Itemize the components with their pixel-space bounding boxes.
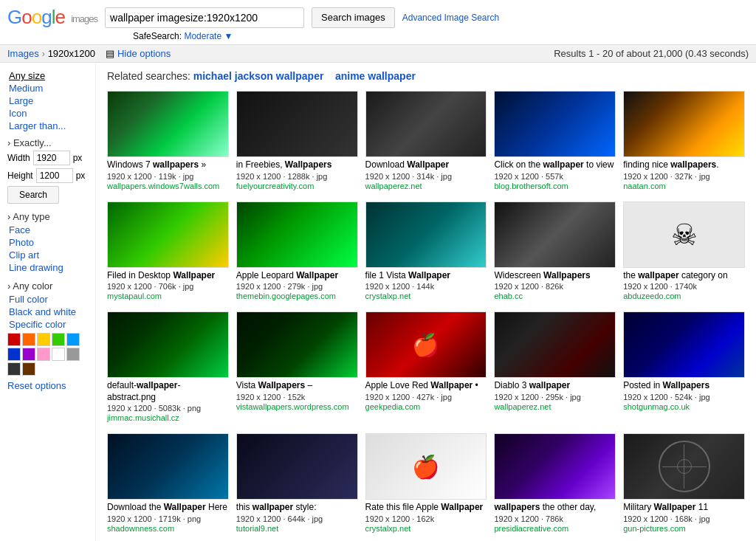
logo-letter-o2: o (32, 6, 41, 28)
color-swatch-dark-gray[interactable] (7, 362, 21, 376)
image-item-6[interactable]: Apple Leopard Wallpaper 1920 x 1200 · 27… (236, 201, 358, 301)
height-px: px (76, 170, 86, 181)
image-source-12: geekpedia.com (365, 402, 487, 411)
sidebar-color-title[interactable]: › Any color (7, 280, 88, 292)
related-search-anime[interactable]: anime wallpaper (335, 70, 416, 82)
sidebar-exactly-title[interactable]: › Exactly... (7, 137, 88, 148)
search-input[interactable] (105, 7, 304, 28)
image-item-18[interactable]: wallpapers the other day, 1920 x 1200 · … (494, 433, 616, 533)
related-searches-label: Related searches: (107, 70, 190, 82)
sidebar-icon[interactable]: Icon (7, 108, 88, 119)
image-thumb-6 (236, 201, 358, 268)
image-item-4[interactable]: finding nice wallpapers. 1920 x 1200 · 3… (623, 91, 745, 190)
image-item-15[interactable]: Download the Wallpaper Here 1920 x 1200 … (107, 433, 229, 533)
safesearch-value-link[interactable]: Moderate ▼ (184, 31, 233, 41)
height-label: Height (7, 170, 33, 181)
image-meta-17: 1920 x 1200 · 162k (365, 514, 487, 523)
sidebar-photo[interactable]: Photo (7, 237, 88, 248)
image-thumb-4 (623, 91, 745, 157)
sidebar-larger-than[interactable]: Larger than... (7, 120, 88, 131)
breadcrumb-left: Images › 1920x1200 ▤ Hide options (7, 48, 171, 59)
sidebar-specific-color[interactable]: Specific color (7, 319, 88, 330)
width-input[interactable] (33, 151, 70, 165)
image-item-1[interactable]: in Freebies, Wallpapers 1920 x 1200 · 12… (236, 91, 358, 190)
sidebar-full-color[interactable]: Full color (7, 294, 88, 305)
sidebar-clip-art[interactable]: Clip art (7, 249, 88, 261)
image-meta-13: 1920 x 1200 · 295k · jpg (494, 393, 616, 402)
image-item-3[interactable]: Click on the wallpaper to view 1920 x 12… (494, 91, 616, 190)
image-source-7: crystalxp.net (365, 292, 487, 300)
image-source-8: ehab.cc (494, 292, 616, 300)
color-swatch-orange[interactable] (22, 333, 35, 346)
reset-options-link[interactable]: Reset options (7, 380, 88, 391)
image-item-11[interactable]: Vista Wallpapers – 1920 x 1200 · 152k vi… (236, 311, 358, 422)
sidebar-face[interactable]: Face (7, 224, 88, 235)
image-item-19[interactable]: Military Wallpaper 11 1920 x 1200 · 168k… (623, 433, 745, 533)
image-thumb-13 (494, 311, 616, 378)
image-title-9: the wallpaper category on (623, 270, 745, 282)
image-item-16[interactable]: this wallpaper style: 1920 x 1200 · 644k… (236, 433, 358, 533)
image-title-18: wallpapers the other day, (494, 502, 616, 514)
image-meta-15: 1920 x 1200 · 1719k · png (107, 514, 229, 523)
google-logo: Google images (7, 6, 97, 29)
color-swatch-red[interactable] (7, 333, 21, 346)
image-title-8: Widescreen Wallpapers (494, 270, 616, 282)
image-item-17[interactable]: 🍎 Rate this file Apple Wallpaper 1920 x … (365, 433, 487, 533)
image-source-3: blog.brothersoft.com (494, 182, 616, 190)
image-meta-14: 1920 x 1200 · 524k · jpg (623, 393, 745, 402)
image-item-13[interactable]: Diablo 3 wallpaper 1920 x 1200 · 295k · … (494, 311, 616, 422)
image-thumb-2 (365, 91, 487, 157)
color-swatch-green[interactable] (52, 333, 65, 346)
hide-options-icon: ▤ (106, 48, 114, 59)
image-title-0: Windows 7 wallpapers » (107, 159, 229, 171)
advanced-image-search-link[interactable]: Advanced Image Search (402, 13, 499, 23)
color-swatches-container (7, 333, 88, 376)
image-meta-0: 1920 x 1200 · 119k · jpg (107, 172, 229, 181)
image-thumb-18 (494, 433, 616, 500)
safesearch-label: SafeSearch: (133, 31, 182, 41)
image-title-11: Vista Wallpapers – (236, 380, 358, 392)
search-images-button[interactable]: Search images (312, 7, 395, 28)
image-item-10[interactable]: default-wallpaper-abstract.png 1920 x 12… (107, 311, 229, 422)
color-swatch-brown[interactable] (22, 362, 35, 376)
safesearch-bar: SafeSearch: Moderate ▼ (133, 31, 749, 41)
image-grid: Windows 7 wallpapers » 1920 x 1200 · 119… (107, 91, 745, 533)
image-meta-5: 1920 x 1200 · 706k · jpg (107, 282, 229, 291)
image-source-18: presidiacreative.com (494, 524, 616, 533)
width-label: Width (7, 153, 30, 163)
color-swatch-blue[interactable] (7, 348, 21, 361)
sidebar-medium[interactable]: Medium (7, 83, 88, 94)
color-swatch-pink[interactable] (37, 348, 50, 361)
sidebar-search-button[interactable]: Search (7, 186, 59, 204)
related-search-michael-jackson[interactable]: michael jackson wallpaper (193, 70, 324, 82)
color-swatch-purple[interactable] (22, 348, 35, 361)
image-title-12: Apple Love Red Wallpaper • (365, 380, 487, 392)
sidebar-large[interactable]: Large (7, 95, 88, 106)
image-thumb-5 (107, 201, 229, 268)
image-item-5[interactable]: Filed in Desktop Wallpaper 1920 x 1200 ·… (107, 201, 229, 301)
color-swatch-yellow[interactable] (37, 333, 50, 346)
image-item-12[interactable]: 🍎 Apple Love Red Wallpaper • 1920 x 1200… (365, 311, 487, 422)
image-item-14[interactable]: Posted in Wallpapers 1920 x 1200 · 524k … (623, 311, 745, 422)
image-item-9[interactable]: ☠ the wallpaper category on 1920 x 1200 … (623, 201, 745, 301)
sidebar-line-drawing[interactable]: Line drawing (7, 262, 88, 273)
width-row: Width px (7, 151, 88, 165)
sidebar-type-title[interactable]: › Any type (7, 211, 88, 222)
image-meta-18: 1920 x 1200 · 786k (494, 514, 616, 523)
color-swatch-light-blue[interactable] (66, 333, 80, 346)
color-swatch-gray[interactable] (66, 348, 80, 361)
image-item-2[interactable]: Download Wallpaper 1920 x 1200 · 314k · … (365, 91, 487, 190)
image-item-0[interactable]: Windows 7 wallpapers » 1920 x 1200 · 119… (107, 91, 229, 190)
image-item-7[interactable]: file 1 Vista Wallpaper 1920 x 1200 · 144… (365, 201, 487, 301)
sidebar-any-size[interactable]: Any size (7, 70, 88, 81)
sidebar-black-white[interactable]: Black and white (7, 306, 88, 317)
color-swatch-white[interactable] (52, 348, 65, 361)
image-title-2: Download Wallpaper (365, 159, 487, 171)
breadcrumb-images-link[interactable]: Images (7, 48, 39, 59)
image-source-13: wallpaperez.net (494, 402, 616, 411)
image-item-8[interactable]: Widescreen Wallpapers 1920 x 1200 · 826k… (494, 201, 616, 301)
image-source-1: fuelyourcreativity.com (236, 182, 358, 190)
image-meta-11: 1920 x 1200 · 152k (236, 393, 358, 402)
hide-options-link[interactable]: Hide options (117, 48, 171, 59)
height-input[interactable] (36, 168, 73, 183)
